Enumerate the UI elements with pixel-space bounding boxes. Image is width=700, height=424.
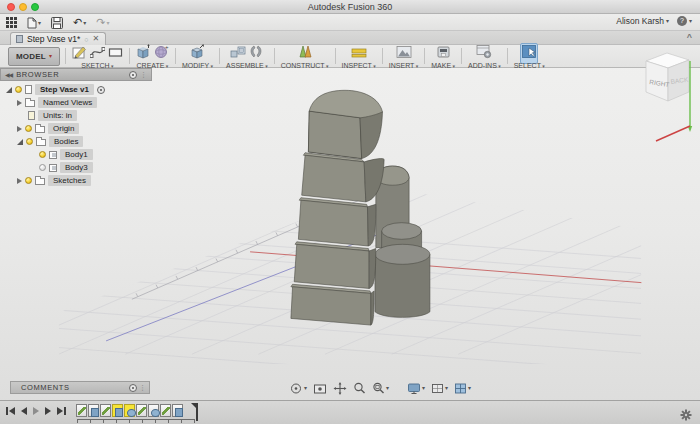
body-icon xyxy=(49,164,57,172)
play-button[interactable] xyxy=(45,407,51,415)
tree-row-root[interactable]: Step Vase v1 xyxy=(6,84,105,95)
timeline-feature-extrude[interactable] xyxy=(172,404,183,417)
tab-close-icon[interactable]: ✕ xyxy=(92,35,99,43)
workspace-selector-button[interactable]: MODEL▾ xyxy=(8,47,60,66)
press-pull-icon[interactable] xyxy=(190,44,205,63)
zoom-icon[interactable] xyxy=(351,381,368,396)
browser-options-icon[interactable] xyxy=(129,71,137,79)
step-forward-button[interactable] xyxy=(33,407,39,415)
app-grid-icon[interactable] xyxy=(6,17,17,28)
addins-icon[interactable] xyxy=(476,44,492,63)
fusion360-window: Autodesk Fusion 360 ▾ ↶▾ ↷▾ A xyxy=(0,0,700,424)
create-sketch-icon[interactable] xyxy=(72,45,87,63)
look-at-icon[interactable] xyxy=(311,381,329,396)
tree-label[interactable]: Body1 xyxy=(60,149,93,160)
timeline-feature-extrude-highlighted[interactable] xyxy=(112,404,123,417)
body-icon xyxy=(49,151,57,159)
step-back-button[interactable] xyxy=(21,407,27,415)
tree-row-body3[interactable]: Body3 xyxy=(39,162,93,173)
select-tool-icon[interactable] xyxy=(520,43,538,64)
panel-grip-icon[interactable]: ⋮ xyxy=(139,384,146,391)
timeline-settings-gear-icon[interactable] xyxy=(680,407,692,424)
new-component-icon[interactable] xyxy=(230,44,246,63)
go-to-start-button[interactable] xyxy=(6,407,15,415)
expander-open-icon[interactable] xyxy=(6,87,12,93)
tree-label[interactable]: Bodies xyxy=(49,136,83,147)
tab-label: Step Vase v1* xyxy=(27,34,80,44)
timeline-feature-sketch[interactable] xyxy=(136,404,147,417)
rectangle-tool-icon[interactable] xyxy=(108,45,123,63)
timeline-feature-sketch[interactable] xyxy=(100,404,111,417)
visibility-bulb-on-icon[interactable] xyxy=(25,177,32,184)
viewcube[interactable]: RIGHT BACK xyxy=(634,42,698,148)
expander-closed-icon[interactable] xyxy=(17,178,22,184)
spline-icon[interactable] xyxy=(90,45,105,63)
window-zoom-icon[interactable]: ▾ xyxy=(370,381,391,396)
visibility-bulb-on-icon[interactable] xyxy=(25,125,32,132)
display-settings-icon[interactable]: ▾ xyxy=(405,381,427,396)
visibility-bulb-off-icon[interactable] xyxy=(39,164,46,171)
tree-row-origin[interactable]: Origin xyxy=(17,123,79,134)
visibility-bulb-on-icon[interactable] xyxy=(39,151,46,158)
measure-icon[interactable] xyxy=(351,45,367,63)
redo-icon[interactable]: ↷▾ xyxy=(96,17,109,28)
visibility-bulb-on-icon[interactable] xyxy=(26,138,33,145)
comments-bar[interactable]: COMMENTS ⋮ xyxy=(10,381,150,394)
timeline-feature-revolve[interactable] xyxy=(148,404,159,417)
timeline-feature-extrude[interactable] xyxy=(88,404,99,417)
tab-status-dot: ○ xyxy=(84,36,88,43)
toolbar-collapse-chevron-icon[interactable]: ^ xyxy=(687,32,692,42)
timeline-feature-sketch[interactable] xyxy=(76,404,87,417)
viewports-icon[interactable]: ▾ xyxy=(452,381,473,396)
browser-panel: ◀◀ BROWSER ⋮ Step Vase v1 Named Views Un… xyxy=(0,68,158,81)
tree-row-bodies[interactable]: Bodies xyxy=(17,136,83,147)
visibility-bulb-on-icon[interactable] xyxy=(15,86,22,93)
insert-image-icon[interactable] xyxy=(396,45,412,63)
construction-plane-icon[interactable] xyxy=(297,44,313,63)
viewport-canvas[interactable] xyxy=(0,67,700,400)
tree-label[interactable]: Origin xyxy=(48,123,79,134)
tree-label[interactable]: Units: in xyxy=(38,110,77,121)
timeline-feature-sketch[interactable] xyxy=(160,404,171,417)
expander-closed-icon[interactable] xyxy=(17,100,22,106)
extrude-icon[interactable] xyxy=(136,44,151,63)
quick-access-toolbar: ▾ ↶▾ ↷▾ Alison Karsh ▾ ? ▾ xyxy=(0,14,700,31)
expander-open-icon[interactable] xyxy=(17,139,23,145)
step-vase-model[interactable] xyxy=(291,90,430,325)
expander-closed-icon[interactable] xyxy=(17,126,22,132)
browser-header[interactable]: ◀◀ BROWSER ⋮ xyxy=(0,68,152,81)
go-to-end-button[interactable] xyxy=(57,407,66,415)
sphere-icon[interactable]: + xyxy=(154,44,169,63)
comments-options-icon[interactable] xyxy=(129,384,137,392)
help-menu[interactable]: ? ▾ xyxy=(677,16,692,26)
stepped-tower xyxy=(291,90,384,325)
file-new-icon[interactable]: ▾ xyxy=(27,17,41,29)
tree-label[interactable]: Named Views xyxy=(38,97,97,108)
collapse-panel-icon[interactable]: ◀◀ xyxy=(5,71,12,78)
folder-icon xyxy=(35,126,45,133)
timeline-position-marker[interactable] xyxy=(196,403,198,421)
tree-label[interactable]: Step Vase v1 xyxy=(35,84,94,95)
pan-icon[interactable] xyxy=(331,381,349,396)
user-menu[interactable]: Alison Karsh ▾ xyxy=(616,16,669,26)
undo-icon[interactable]: ↶▾ xyxy=(73,17,86,28)
browser-title: BROWSER xyxy=(16,70,59,79)
joint-icon[interactable] xyxy=(249,44,263,63)
tree-row-units[interactable]: Units: in xyxy=(28,110,77,121)
grid-display-icon[interactable]: ▾ xyxy=(429,381,450,396)
home-view-icon[interactable] xyxy=(97,86,105,94)
make-3dprint-icon[interactable] xyxy=(436,45,451,63)
document-icon xyxy=(25,85,32,94)
ribbon-group-modify: MODIFY xyxy=(177,45,218,67)
timeline-feature-revolve-highlighted[interactable] xyxy=(124,404,135,417)
save-icon[interactable] xyxy=(51,17,63,29)
tree-label[interactable]: Body3 xyxy=(60,162,93,173)
tree-row-sketches[interactable]: Sketches xyxy=(17,175,91,186)
orbit-icon[interactable]: ▾ xyxy=(287,381,309,396)
panel-grip-icon[interactable]: ⋮ xyxy=(140,71,147,78)
timeline-features xyxy=(76,404,183,417)
tree-row-body1[interactable]: Body1 xyxy=(39,149,93,160)
tree-row-named-views[interactable]: Named Views xyxy=(17,97,97,108)
tree-label[interactable]: Sketches xyxy=(48,175,91,186)
tab-step-vase[interactable]: Step Vase v1* ○ ✕ xyxy=(10,32,106,45)
